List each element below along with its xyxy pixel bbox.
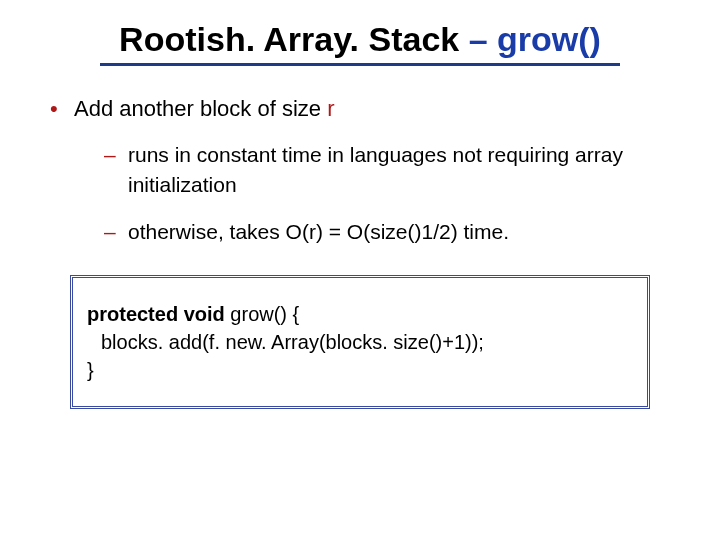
code-block: protected void grow() { blocks. add(f. n…: [70, 275, 650, 409]
title-underline: [100, 63, 620, 66]
code-keyword: protected void: [87, 303, 225, 325]
code-line-2: blocks. add(f. new. Array(blocks. size()…: [87, 328, 633, 356]
sub-bullet-1: runs in constant time in languages not r…: [104, 140, 680, 201]
title-part-black: Rootish. Array. Stack: [119, 20, 469, 58]
code-line-1: protected void grow() {: [87, 300, 633, 328]
title-part-blue: – grow(): [469, 20, 601, 58]
code-line-1-rest: grow() {: [225, 303, 299, 325]
bullet-main-text: Add another block of size: [74, 96, 327, 121]
bullet-main-var: r: [327, 96, 334, 121]
bullet-main: Add another block of size r runs in cons…: [46, 94, 680, 247]
sub-bullet-list: runs in constant time in languages not r…: [74, 140, 680, 247]
slide: Rootish. Array. Stack – grow() Add anoth…: [0, 0, 720, 540]
sub-bullet-2: otherwise, takes O(r) = O(size()1/2) tim…: [104, 217, 680, 247]
bullet-list: Add another block of size r runs in cons…: [40, 94, 680, 247]
code-line-3: }: [87, 356, 633, 384]
page-title: Rootish. Array. Stack – grow(): [119, 20, 601, 59]
